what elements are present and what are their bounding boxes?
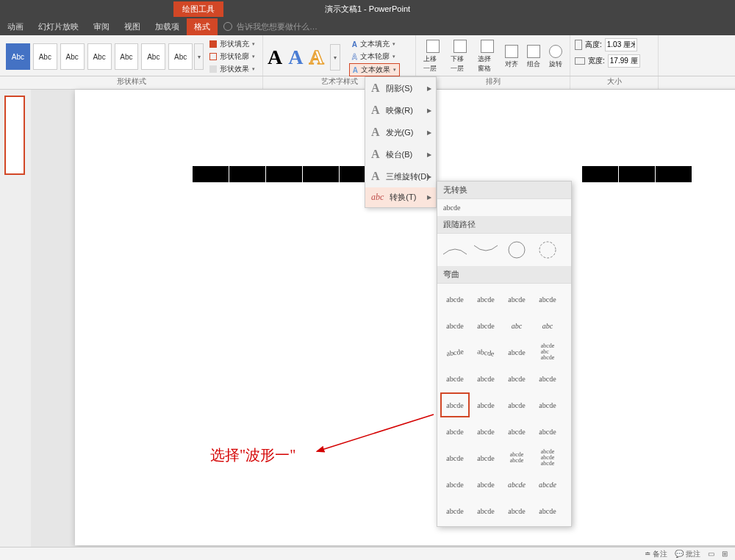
wordart-more[interactable]: ▾ (330, 44, 340, 71)
transform-path-option[interactable] (533, 237, 562, 263)
spiral-path-icon (534, 239, 561, 261)
text-effects-button[interactable]: A文本效果▾ (349, 63, 400, 76)
text-outline-icon: A (352, 53, 357, 61)
warp-option[interactable]: abcde (471, 472, 501, 497)
tell-me-search[interactable]: 告诉我您想要做什么… (223, 21, 318, 32)
fx-bevel[interactable]: A棱台(B)▶ (365, 143, 436, 165)
align-button[interactable]: 对齐 (502, 43, 521, 71)
shape-style-preset[interactable]: Abc (168, 43, 193, 70)
warp-option[interactable]: abcde (502, 419, 531, 444)
warp-option[interactable]: abcde (533, 287, 562, 312)
shape-style-preset[interactable]: Abc (33, 43, 57, 70)
warp-option[interactable]: abcdeabcde (502, 445, 531, 470)
tab-addins[interactable]: 加载项 (148, 18, 187, 35)
send-backward-button[interactable]: 下移一层 (448, 38, 472, 75)
warp-option[interactable]: abcde (471, 392, 501, 417)
transform-path-option[interactable] (471, 237, 501, 263)
warp-option[interactable]: abcde (533, 472, 562, 497)
warp-wave-1[interactable]: abcde (440, 392, 470, 417)
transform-path-header: 跟随路径 (437, 216, 571, 234)
warp-option[interactable]: abcde (440, 445, 470, 470)
group-label-arrange: 排列 (416, 76, 570, 89)
warp-option[interactable]: abcde (440, 472, 470, 497)
text-outline-button[interactable]: A文本轮廓▾ (349, 51, 400, 62)
shape-effects-button[interactable]: 形状效果▾ (207, 63, 258, 75)
drawing-tools-context-tab: 绘图工具 (173, 1, 223, 17)
chevron-right-icon: ▶ (427, 151, 431, 158)
warp-option[interactable]: abcde (439, 337, 471, 366)
shape-style-preset[interactable]: Abc (60, 43, 85, 70)
wordart-preset-3[interactable]: A (309, 46, 323, 69)
warp-option[interactable]: abcde (471, 287, 501, 312)
width-input[interactable] (608, 54, 640, 68)
wordart-preset-1[interactable]: A (268, 46, 282, 69)
height-input[interactable] (605, 38, 637, 51)
warp-option[interactable]: abcde (440, 498, 470, 523)
warp-option[interactable]: abcde (440, 366, 470, 391)
warp-option[interactable]: abc (502, 313, 531, 338)
shape-styles-more[interactable]: ▾ (194, 43, 204, 70)
shape-outline-button[interactable]: 形状轮廓▾ (207, 51, 258, 62)
view-sorter-icon[interactable]: ⊞ (722, 550, 728, 558)
view-normal-icon[interactable]: ▭ (708, 550, 714, 558)
warp-option[interactable]: abcde (440, 287, 470, 312)
shape-style-preset[interactable]: Abc (87, 43, 112, 70)
warp-option[interactable]: abcde (470, 337, 502, 366)
transform-none[interactable]: abcde (437, 199, 571, 216)
tab-view[interactable]: 视图 (117, 18, 148, 35)
comments-button[interactable]: 💬 批注 (675, 549, 700, 559)
warp-option[interactable]: abcde (471, 498, 501, 523)
text-fill-button[interactable]: A文本填充▾ (349, 38, 400, 50)
warp-option[interactable]: abcde (533, 419, 562, 444)
tell-me-label: 告诉我您想要做什么… (237, 21, 318, 32)
warp-option[interactable]: abcde (471, 366, 501, 391)
shape-fill-button[interactable]: 形状填充▾ (207, 38, 258, 50)
warp-option[interactable]: abc (533, 313, 562, 338)
shape-style-preset[interactable]: Abc (6, 43, 30, 70)
fx-shadow[interactable]: A阴影(S)▶ (365, 77, 436, 99)
warp-option[interactable]: abcde (533, 498, 562, 523)
warp-option[interactable]: abcde (502, 340, 531, 365)
warp-option[interactable]: abcde (471, 313, 501, 338)
warp-option[interactable]: abcde (440, 313, 470, 338)
warp-option[interactable]: abcde (502, 392, 531, 417)
warp-option[interactable]: abcde (502, 366, 531, 391)
fx-reflection[interactable]: A映像(R)▶ (365, 99, 436, 121)
reflection-icon: A (371, 104, 380, 117)
selection-pane-button[interactable]: 选择窗格 (475, 38, 499, 75)
shape-style-preset[interactable]: Abc (115, 43, 139, 70)
rotate-button[interactable]: 旋转 (546, 43, 565, 71)
tab-format[interactable]: 格式 (187, 18, 218, 35)
warp-option[interactable]: abcde (440, 419, 470, 444)
group-button[interactable]: 组合 (524, 43, 543, 71)
shape-style-preset[interactable]: Abc (141, 43, 165, 70)
svg-point-0 (509, 242, 525, 258)
arc-path-icon (473, 243, 499, 257)
warp-option[interactable]: abcde (502, 498, 531, 523)
wordart-preset-2[interactable]: A (288, 46, 303, 69)
transform-path-option[interactable] (440, 237, 470, 263)
warp-option[interactable]: abcdeabcdeabcde (533, 445, 562, 470)
warp-option[interactable]: abcde (533, 366, 562, 391)
tab-review[interactable]: 审阅 (86, 18, 117, 35)
height-icon (575, 40, 582, 50)
tab-animation[interactable]: 动画 (0, 18, 31, 35)
bevel-icon: A (371, 148, 380, 161)
slide-thumbnail-1[interactable] (4, 96, 25, 175)
tab-slideshow[interactable]: 幻灯片放映 (31, 18, 86, 35)
slide-thumbnail-panel (0, 90, 31, 547)
bring-forward-button[interactable]: 上移一层 (420, 38, 445, 75)
transform-warp-header: 弯曲 (437, 266, 571, 284)
fx-glow[interactable]: A发光(G)▶ (365, 121, 436, 143)
warp-option[interactable]: abcde (502, 472, 531, 497)
selection-pane-icon (481, 40, 494, 53)
warp-option[interactable]: abcde (502, 287, 531, 312)
fx-transform[interactable]: abc转换(T)▶ (365, 187, 436, 207)
transform-path-option[interactable] (502, 237, 531, 263)
fx-3d-rotation[interactable]: A三维旋转(D)▶ (365, 165, 436, 187)
warp-option[interactable]: abcde (533, 392, 562, 417)
notes-button[interactable]: ≐ 备注 (645, 549, 667, 559)
warp-option[interactable]: abcde (471, 445, 501, 470)
warp-option[interactable]: abcde (471, 419, 501, 444)
warp-option[interactable]: abcdeabcabcde (533, 340, 562, 365)
